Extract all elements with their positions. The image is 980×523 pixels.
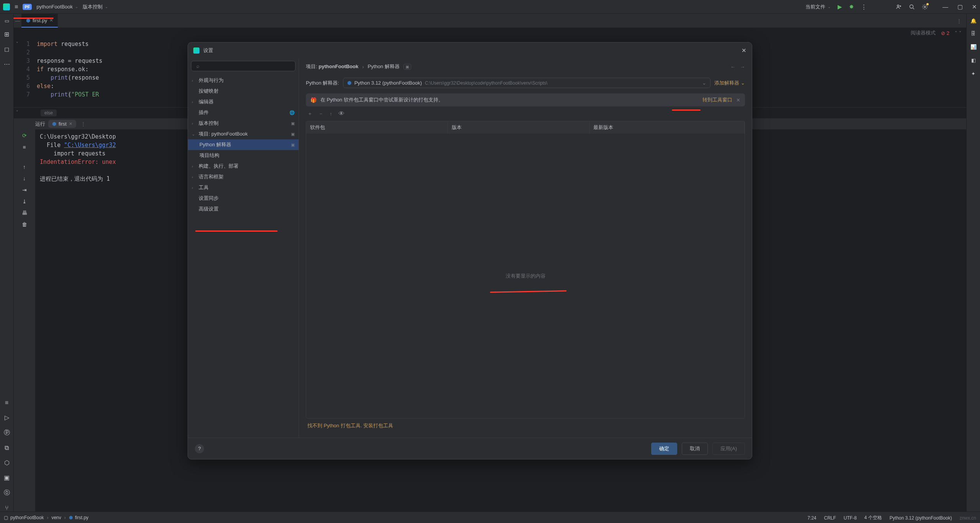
project-tool-toggle-icon[interactable]: ▭ [0, 14, 14, 28]
editor-tab[interactable]: ⬢ first.py ✕ [21, 14, 58, 28]
settings-search-input[interactable] [191, 61, 296, 71]
sci-icon[interactable]: 📊 [970, 44, 977, 50]
encoding[interactable]: UTF-8 [844, 515, 857, 521]
more-tool-icon[interactable]: ⋯ [4, 60, 10, 68]
tree-build[interactable]: ›构建、执行、部署 [188, 161, 299, 172]
terminal-icon[interactable]: ▣ [4, 474, 10, 481]
next-highlight-icon[interactable]: ˅ [959, 30, 962, 36]
help-button[interactable]: ? [195, 444, 204, 453]
nav-crumb-project[interactable]: ▢ pythonFootBook [4, 515, 44, 520]
nav-crumb-venv[interactable]: venv [51, 515, 61, 520]
stop-icon[interactable]: ■ [23, 144, 26, 150]
editor-tab-bar: ▭ — ⬢ first.py ✕ ⋮ 🔔 [0, 14, 980, 28]
notifications-icon[interactable]: 🔔 [966, 14, 980, 28]
print-icon[interactable]: 🖶 [22, 210, 27, 216]
title-bar: ≡ PF pythonFootBook⌄ 版本控制⌄ 当前文件⌄ ▶ ✸ ⋮ —… [0, 0, 980, 14]
todo-icon[interactable]: ≡ [5, 399, 8, 406]
add-package-icon[interactable]: ＋ [307, 110, 312, 117]
scroll-end-icon[interactable]: ⤓ [22, 198, 27, 204]
run-icon[interactable]: ▶ [838, 3, 842, 10]
clear-icon[interactable]: 🗑 [22, 221, 27, 227]
ok-button[interactable]: 确定 [651, 443, 677, 455]
search-icon[interactable] [909, 4, 915, 10]
structure-icon[interactable]: ⊞ [4, 31, 9, 38]
tree-python-interpreter[interactable]: Python 解释器▣ [188, 139, 299, 150]
main-menu-icon[interactable]: ≡ [15, 3, 18, 10]
tree-vcs[interactable]: ›版本控制▣ [188, 118, 299, 129]
svg-point-0 [897, 5, 899, 6]
tree-advanced[interactable]: 高级设置 [188, 204, 299, 214]
services-icon[interactable]: ⬡ [4, 459, 10, 466]
vcs-menu[interactable]: 版本控制⌄ [83, 3, 108, 10]
apply-button[interactable]: 应用(A) [712, 443, 745, 455]
close-window-icon[interactable]: ✕ [972, 3, 977, 10]
maximize-icon[interactable]: ▢ [957, 3, 963, 10]
app-logo [3, 3, 10, 10]
tree-tools[interactable]: ›工具 [188, 182, 299, 193]
ai-icon[interactable]: ✦ [971, 71, 975, 77]
tree-project[interactable]: ⌄项目: pythonFootBook▣ [188, 129, 299, 139]
up-trace-icon[interactable]: ↑ [23, 164, 26, 170]
interpreter-label: Python 解释器: [306, 80, 339, 87]
interpreter-status[interactable]: Python 3.12 (pythonFootBook) [890, 515, 952, 521]
cancel-button[interactable]: 取消 [682, 443, 708, 455]
back-icon[interactable]: ← [730, 64, 735, 70]
code-with-me-icon[interactable] [896, 4, 902, 10]
tab-more-icon[interactable]: ⋮ [957, 18, 962, 24]
run-config-selector[interactable]: 当前文件⌄ [805, 3, 831, 10]
add-interpreter-link[interactable]: 添加解释器 ⌄ [714, 80, 745, 87]
tree-plugins[interactable]: 插件🌐 [188, 107, 299, 118]
interpreter-select[interactable]: ⬢ Python 3.12 (pythonFootBook) C:\Users\… [343, 78, 711, 88]
bookmarks-icon[interactable]: ◻ [4, 46, 9, 53]
reader-mode-toggle[interactable]: 阅读器模式 [911, 29, 936, 36]
gift-icon: 🎁 [310, 97, 317, 103]
soft-wrap-icon[interactable]: ⇥ [22, 187, 27, 193]
down-trace-icon[interactable]: ↓ [23, 175, 26, 181]
prev-highlight-icon[interactable]: ˄ [955, 30, 957, 36]
col-version[interactable]: 版本 [448, 121, 590, 134]
tree-editor[interactable]: ›编辑器 [188, 96, 299, 107]
forward-icon[interactable]: → [740, 64, 745, 70]
line-separator[interactable]: CRLF [824, 515, 836, 521]
show-early-releases-icon[interactable]: 👁 [338, 110, 345, 117]
run-tab[interactable]: ⬢ first ✕ [48, 120, 76, 128]
project-badge: PF [23, 4, 32, 10]
packaging-tools-warning[interactable]: 找不到 Python 打包工具. 安装打包工具 [306, 418, 745, 433]
run-tool-icon[interactable]: ▷ [5, 414, 9, 421]
col-package[interactable]: 软件包 [306, 121, 448, 134]
plots-icon[interactable]: ◧ [971, 57, 976, 63]
problems-icon[interactable]: ⓪ [4, 489, 10, 497]
settings-search[interactable] [191, 61, 296, 71]
run-toolbar: ⟳ ■ ↑ ↓ ⇥ ⤓ 🖶 🗑 [14, 129, 35, 512]
svg-point-2 [924, 6, 926, 8]
caret-position[interactable]: 7:24 [807, 515, 816, 521]
upgrade-package-icon[interactable]: ↑ [330, 111, 332, 117]
tree-languages[interactable]: ›语言和框架 [188, 172, 299, 182]
packages-icon[interactable]: ⧉ [5, 445, 9, 451]
col-latest[interactable]: 最新版本 [590, 121, 745, 134]
hide-tool-icon[interactable]: — [14, 14, 21, 28]
indent-setting[interactable]: 4 个空格 [864, 515, 882, 521]
rerun-icon[interactable]: ⟳ [22, 132, 27, 139]
right-toolbar: 🗄 📊 ◧ ✦ [966, 28, 980, 512]
tree-project-structure[interactable]: 项目结构 [188, 150, 299, 161]
project-selector[interactable]: pythonFootBook⌄ [36, 4, 78, 10]
tree-appearance[interactable]: ›外观与行为 [188, 75, 299, 86]
python-console-icon[interactable]: ⓟ [4, 429, 10, 437]
settings-icon[interactable] [922, 4, 928, 10]
git-icon[interactable]: ⑂ [5, 505, 9, 512]
tree-sync[interactable]: 设置同步 [188, 193, 299, 204]
tree-keymap[interactable]: 按键映射 [188, 86, 299, 96]
database-icon[interactable]: 🗄 [971, 31, 976, 36]
close-banner-icon[interactable]: ✕ [736, 97, 740, 103]
minimize-icon[interactable]: — [942, 3, 948, 10]
more-icon[interactable]: ⋮ [861, 3, 867, 10]
close-run-tab-icon[interactable]: ✕ [69, 121, 72, 126]
nav-crumb-file[interactable]: ⬢ first.py [69, 515, 88, 520]
error-indicator[interactable]: ⊘ 2 [941, 30, 949, 36]
debug-icon[interactable]: ✸ [849, 3, 854, 10]
run-more-icon[interactable]: ⋮ [81, 121, 86, 127]
close-dialog-icon[interactable]: ✕ [742, 47, 746, 54]
remove-package-icon[interactable]: － [318, 110, 323, 117]
goto-tool-window-link[interactable]: 转到工具窗口 [702, 96, 732, 103]
